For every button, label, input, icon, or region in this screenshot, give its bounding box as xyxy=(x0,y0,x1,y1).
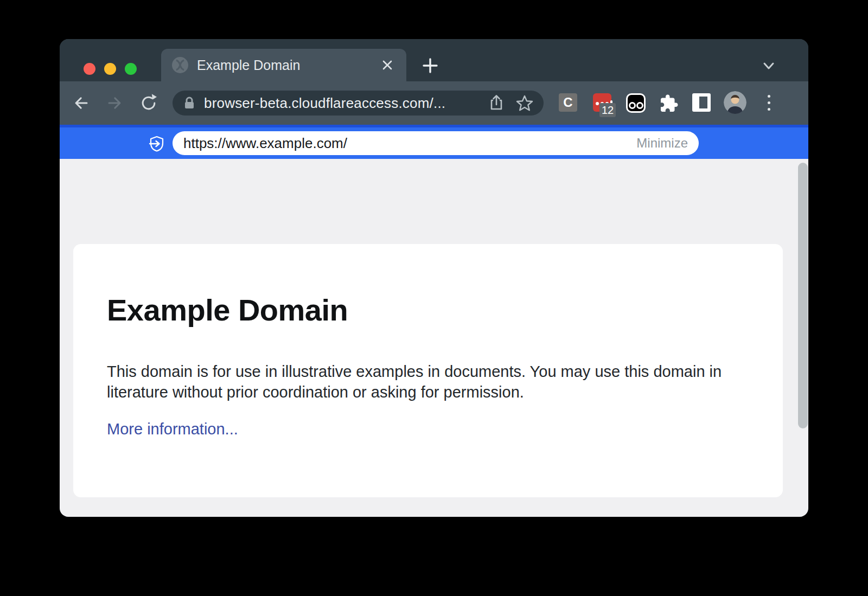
scrollbar-thumb[interactable] xyxy=(798,163,808,428)
side-panel-button[interactable] xyxy=(692,93,711,112)
bookmark-star-icon[interactable] xyxy=(515,94,534,112)
tab-strip: Example Domain xyxy=(60,39,808,81)
forward-arrow-icon xyxy=(104,92,125,114)
remote-browser-bar: Minimize xyxy=(60,125,808,159)
remote-url-input[interactable] xyxy=(183,135,628,152)
browser-menu-button[interactable] xyxy=(760,91,778,114)
extension-badge: 12 xyxy=(599,103,616,117)
circle-icon xyxy=(636,102,643,109)
extensions-menu-button[interactable] xyxy=(659,93,679,114)
plus-icon xyxy=(422,57,438,74)
chevron-down-icon xyxy=(761,57,777,74)
address-bar-url: browser-beta.cloudflareaccess.com/... xyxy=(204,95,477,112)
tab-title: Example Domain xyxy=(197,57,378,73)
minimize-window-button[interactable] xyxy=(104,63,116,75)
reload-icon xyxy=(138,92,159,114)
tab-example-domain[interactable]: Example Domain xyxy=(161,49,406,81)
page-viewport: Example Domain This domain is for use in… xyxy=(60,159,808,517)
circle-icon xyxy=(629,102,636,109)
extension-c-label: C xyxy=(563,95,572,110)
tab-close-icon[interactable] xyxy=(378,56,397,74)
profile-avatar[interactable] xyxy=(724,91,746,114)
extension-c-button[interactable]: C xyxy=(559,93,577,112)
puzzle-piece-icon xyxy=(659,94,679,113)
tab-search-button[interactable] xyxy=(758,55,779,76)
address-bar[interactable]: browser-beta.cloudflareaccess.com/... xyxy=(173,91,544,116)
reload-button[interactable] xyxy=(137,91,161,115)
share-icon[interactable] xyxy=(487,94,506,112)
side-panel-icon xyxy=(699,97,707,108)
toolbar: browser-beta.cloudflareaccess.com/... C … xyxy=(60,81,808,125)
new-tab-button[interactable] xyxy=(420,55,441,76)
shield-arrow-icon xyxy=(148,135,165,152)
browser-window: Example Domain xyxy=(60,39,808,517)
content-card: Example Domain This domain is for use in… xyxy=(73,244,783,497)
kebab-menu-icon xyxy=(768,95,770,98)
page-paragraph: This domain is for use in illustrative e… xyxy=(107,361,731,402)
extension-red-button[interactable]: 12 xyxy=(593,93,611,112)
lock-icon xyxy=(182,96,196,110)
back-button[interactable] xyxy=(69,91,93,115)
avatar-photo-icon xyxy=(724,91,746,114)
more-information-link[interactable]: More information... xyxy=(107,420,238,438)
screen: Example Domain xyxy=(0,0,868,596)
globe-favicon-icon xyxy=(171,56,189,74)
forward-button[interactable] xyxy=(103,91,126,115)
back-arrow-icon xyxy=(71,92,92,114)
remote-url-bar[interactable]: Minimize xyxy=(173,131,699,155)
minimize-bar-button[interactable]: Minimize xyxy=(636,136,688,151)
extension-black-button[interactable] xyxy=(626,93,646,113)
page-heading: Example Domain xyxy=(107,294,348,326)
close-window-button[interactable] xyxy=(84,63,95,75)
zoom-window-button[interactable] xyxy=(125,63,137,75)
